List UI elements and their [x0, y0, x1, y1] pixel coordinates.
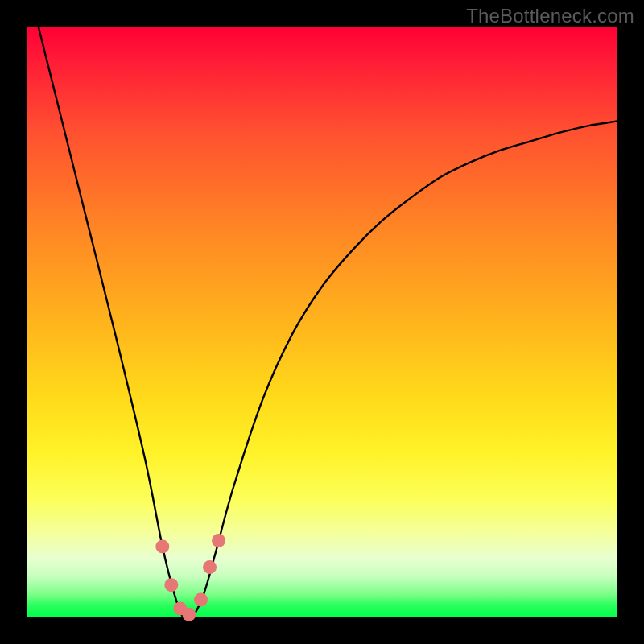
data-marker: [155, 539, 169, 553]
plot-area: [27, 27, 617, 617]
data-marker: [212, 534, 225, 547]
data-marker: [203, 560, 217, 574]
data-marker: [194, 592, 208, 606]
watermark-text: TheBottleneck.com: [466, 5, 634, 27]
data-marker: [182, 608, 196, 621]
data-marker: [164, 578, 178, 592]
marker-group: [155, 534, 225, 621]
chart-svg: [27, 27, 617, 617]
bottleneck-curve: [39, 27, 617, 621]
chart-frame: TheBottleneck.com: [0, 0, 644, 644]
